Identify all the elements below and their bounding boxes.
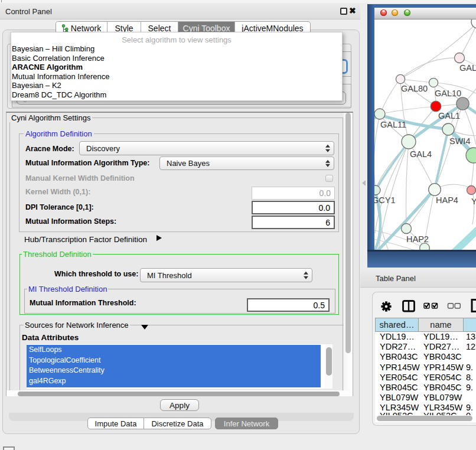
svg-text:YJL: YJL	[471, 197, 476, 206]
svg-text:GCY1: GCY1	[374, 195, 396, 205]
svg-text:GAL4: GAL4	[410, 149, 432, 159]
svg-text:SWI4: SWI4	[449, 136, 470, 146]
svg-text:HAP2: HAP2	[406, 234, 429, 244]
svg-text:GAL11: GAL11	[380, 120, 406, 129]
svg-text:GAL2: GAL2	[459, 63, 476, 73]
svg-text:HAP4: HAP4	[436, 195, 458, 205]
svg-text:GAL10: GAL10	[435, 89, 461, 98]
svg-text:GAL1: GAL1	[438, 111, 460, 120]
svg-text:GAL80: GAL80	[401, 84, 428, 93]
